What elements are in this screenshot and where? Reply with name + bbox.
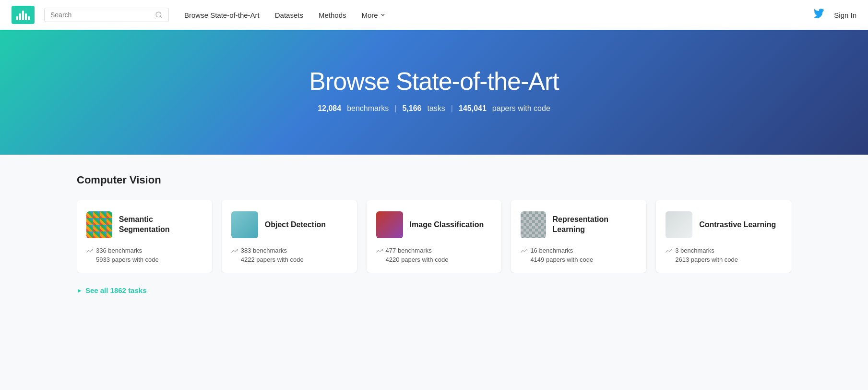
benchmarks-count: 12,084 (318, 104, 341, 113)
cards-row-cv: Semantic Segmentation 336 benchmarks 593… (77, 200, 791, 273)
chart-icon-bench-contrastive-learning (666, 247, 672, 254)
card-thumb-contrastive-learning (666, 211, 692, 238)
hero-title: Browse State-of-the-Art (309, 67, 559, 96)
logo[interactable] (12, 6, 35, 24)
card-papers-image-classification: 4220 papers with code (376, 256, 492, 263)
card-header-semantic-segmentation: Semantic Segmentation (86, 211, 202, 238)
hero-section: Browse State-of-the-Art 12,084 benchmark… (0, 30, 868, 155)
chart-icon-bench-image-classification (376, 247, 383, 254)
see-all-tasks-link[interactable]: ► See all 1862 tasks (77, 286, 791, 294)
search-icon (155, 11, 163, 19)
card-benchmarks-image-classification: 477 benchmarks (376, 247, 492, 254)
svg-line-1 (160, 16, 162, 18)
chart-icon-bench-semantic-segmentation (86, 247, 93, 254)
card-stats-contrastive-learning: 3 benchmarks 2613 papers with code (666, 247, 782, 263)
card-title-object-detection: Object Detection (265, 220, 326, 230)
card-stats-object-detection: 383 benchmarks 4222 papers with code (231, 247, 347, 263)
main-content: Computer Vision Semantic Segmentation 33… (0, 155, 868, 390)
card-stats-image-classification: 477 benchmarks 4220 papers with code (376, 247, 492, 263)
papers-count: 145,041 (459, 104, 487, 113)
card-object-detection[interactable]: Object Detection 383 benchmarks 4222 pap… (222, 200, 357, 273)
chart-icon-bench-representation-learning (521, 247, 527, 254)
card-image-classification[interactable]: Image Classification 477 benchmarks 4220… (367, 200, 502, 273)
computer-vision-section: Computer Vision Semantic Segmentation 33… (77, 174, 791, 294)
papers-label: papers with code (492, 104, 550, 113)
card-stats-semantic-segmentation: 336 benchmarks 5933 papers with code (86, 247, 202, 263)
tasks-count: 5,166 (402, 104, 421, 113)
card-header-object-detection: Object Detection (231, 211, 347, 238)
card-papers-object-detection: 4222 papers with code (231, 256, 347, 263)
card-papers-semantic-segmentation: 5933 papers with code (86, 256, 202, 263)
card-title-semantic-segmentation: Semantic Segmentation (119, 215, 202, 235)
see-all-label: See all 1862 tasks (85, 286, 147, 294)
twitter-icon[interactable] (814, 9, 824, 22)
nav-datasets[interactable]: Datasets (275, 11, 303, 19)
nav-methods[interactable]: Methods (319, 11, 346, 19)
nav-links: Browse State-of-the-Art Datasets Methods… (184, 11, 814, 19)
card-header-image-classification: Image Classification (376, 211, 492, 238)
card-thumb-semantic-segmentation (86, 211, 112, 238)
hero-stats: 12,084 benchmarks | 5,166 tasks | 145,04… (318, 104, 550, 113)
card-representation-learning[interactable]: Representation Learning 16 benchmarks 41… (511, 200, 646, 273)
card-title-contrastive-learning: Contrastive Learning (699, 220, 776, 230)
nav-more[interactable]: More (361, 11, 385, 19)
chart-icon-bench-object-detection (231, 247, 238, 254)
card-stats-representation-learning: 16 benchmarks 4149 papers with code (521, 247, 637, 263)
card-benchmarks-representation-learning: 16 benchmarks (521, 247, 637, 254)
card-benchmarks-contrastive-learning: 3 benchmarks (666, 247, 782, 254)
card-contrastive-learning[interactable]: Contrastive Learning 3 benchmarks 2613 p… (656, 200, 791, 273)
section-title-cv: Computer Vision (77, 174, 791, 186)
svg-point-0 (156, 12, 161, 17)
chevron-down-icon (380, 12, 386, 18)
card-header-contrastive-learning: Contrastive Learning (666, 211, 782, 238)
card-title-representation-learning: Representation Learning (553, 215, 637, 235)
chevron-right-icon: ► (77, 287, 83, 294)
card-papers-representation-learning: 4149 papers with code (521, 256, 637, 263)
benchmarks-label: benchmarks (347, 104, 389, 113)
search-input[interactable] (50, 11, 155, 19)
logo-icon (16, 10, 30, 20)
navbar: Browse State-of-the-Art Datasets Methods… (0, 0, 868, 30)
search-box[interactable] (44, 8, 169, 22)
card-semantic-segmentation[interactable]: Semantic Segmentation 336 benchmarks 593… (77, 200, 212, 273)
card-header-representation-learning: Representation Learning (521, 211, 637, 238)
card-thumb-representation-learning (521, 211, 546, 238)
card-thumb-object-detection (231, 211, 258, 238)
nav-right: Sign In (814, 9, 856, 22)
card-papers-contrastive-learning: 2613 papers with code (666, 256, 782, 263)
nav-browse-sota[interactable]: Browse State-of-the-Art (184, 11, 260, 19)
card-title-image-classification: Image Classification (410, 220, 484, 230)
card-thumb-image-classification (376, 211, 403, 238)
card-benchmarks-semantic-segmentation: 336 benchmarks (86, 247, 202, 254)
tasks-label: tasks (427, 104, 445, 113)
sign-in-button[interactable]: Sign In (834, 11, 856, 19)
card-benchmarks-object-detection: 383 benchmarks (231, 247, 347, 254)
